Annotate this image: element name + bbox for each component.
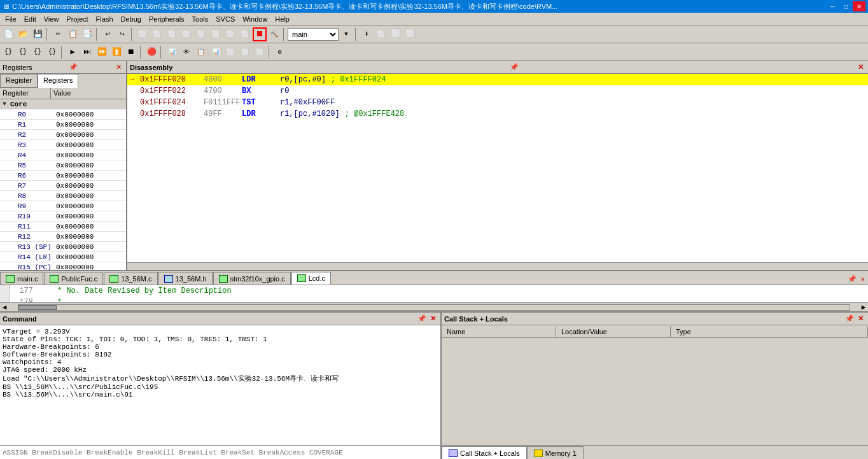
toolbar2-mem[interactable]: 📊 (165, 45, 179, 59)
hscroll-thumb[interactable] (18, 305, 57, 310)
menu-item-edit[interactable]: Edit (20, 14, 40, 24)
code-tab-PublicFuc-c[interactable]: PublicFuc.c (44, 272, 103, 285)
toolbar-open[interactable]: 📂 (16, 27, 30, 41)
minimize-button[interactable]: ─ (826, 1, 839, 11)
menu-item-file[interactable]: File (1, 14, 20, 24)
hscroll-track[interactable] (18, 304, 850, 311)
toolbar-combo-btn[interactable]: ▼ (339, 27, 353, 41)
disasm-row[interactable]: →0x1FFFF0204800LDRr0,[pc,#0]; 0x1FFFF024 (127, 74, 868, 85)
toolbar-btn2[interactable]: ⬜ (150, 27, 164, 41)
tab-pin[interactable]: 📌 (846, 275, 858, 283)
close-button[interactable]: ✕ (853, 1, 865, 11)
toolbar2-locals[interactable]: 📋 (194, 45, 208, 59)
toolbar2-extra[interactable]: ⚙ (273, 45, 287, 59)
toolbar-new[interactable]: 📄 (1, 27, 15, 41)
toolbar-load[interactable]: ⬇ (360, 27, 374, 41)
toolbar2-btn5[interactable]: ⬜ (223, 45, 237, 59)
code-tab------M-c[interactable]: 13_56M.c (104, 272, 157, 285)
toolbar-redo[interactable]: ↪ (115, 27, 129, 41)
toolbar-btn6[interactable]: ⬜ (209, 27, 223, 41)
callstack-content[interactable] (442, 338, 868, 445)
menu-item-help[interactable]: Help (271, 14, 293, 24)
toolbar2-step-over[interactable]: ⏩ (95, 45, 109, 59)
editor-content[interactable]: 177 * No. Date Revised by Item Descripti… (10, 285, 868, 302)
target-combo[interactable]: main (288, 28, 339, 41)
toolbar-btn9[interactable]: ⬜ (374, 27, 388, 41)
callstack-header: Call Stack + Locals 📌 ✕ (442, 313, 868, 325)
toolbar-paste[interactable]: 📑 (80, 27, 94, 41)
toolbar-btn1[interactable]: ⬜ (136, 27, 150, 41)
tab-register[interactable]: Register (0, 74, 38, 88)
toolbar-debug-stop[interactable]: ⏹ (253, 27, 267, 41)
toolbar2-btn1[interactable]: {} (1, 45, 15, 59)
toolbar2-run[interactable]: ▶ (66, 45, 80, 59)
disasm-row[interactable]: 0x1FFFF024F0111FFFTSTr1,#0xFF00FF (127, 97, 868, 108)
disassembly-pin[interactable]: 📌 (508, 63, 521, 71)
code-tab------M-h[interactable]: 13_56M.h (158, 272, 213, 285)
toolbar-btn3[interactable]: ⬜ (165, 27, 179, 41)
toolbar-save[interactable]: 💾 (31, 27, 45, 41)
toolbar2-btn7[interactable]: ⬜ (253, 45, 267, 59)
disassembly-close[interactable]: ✕ (856, 63, 865, 71)
toolbar-btn8[interactable]: ⬜ (238, 27, 252, 41)
disasm-row[interactable]: 0x1FFFF02849FFLDRr1,[pc,#1020]; @0x1FFFE… (127, 108, 868, 120)
menu-item-window[interactable]: Window (239, 14, 271, 24)
toolbar2-btn2[interactable]: {} (16, 45, 30, 59)
tab-registers[interactable]: Registers (38, 74, 78, 88)
code-line[interactable]: 178 * (10, 297, 868, 302)
reg-value: 0x0000000 (53, 202, 126, 210)
callstack-pin[interactable]: 📌 (843, 314, 856, 323)
toolbar-btn10[interactable]: ⬜ (389, 27, 403, 41)
callstack-tabs: Call Stack + LocalsMemory 1 (442, 445, 868, 459)
command-pin[interactable]: 📌 (416, 314, 428, 323)
command-line: Hardware-Breakpoints: 6 (3, 343, 438, 351)
disasm-row[interactable]: 0x1FFFF0224700BXr0 (127, 85, 868, 97)
toolbar2-regs[interactable]: 📊 (209, 45, 223, 59)
command-input[interactable] (3, 449, 438, 456)
toolbar-btn5[interactable]: ⬜ (194, 27, 208, 41)
toolbar2-step-out[interactable]: ⏫ (109, 45, 123, 59)
toolbar-btn4[interactable]: ⬜ (179, 27, 193, 41)
toolbar-btn11[interactable]: ⬜ (403, 27, 417, 41)
toolbar-copy[interactable]: 📋 (66, 27, 80, 41)
registers-close[interactable]: ✕ (114, 63, 123, 71)
toolbar2-step[interactable]: ⏭ (80, 45, 94, 59)
callstack-tab-Memory-1[interactable]: Memory 1 (527, 446, 584, 459)
toolbar-undo[interactable]: ↩ (101, 27, 115, 41)
hscroll-left[interactable]: ◀ (0, 303, 9, 311)
tab-close[interactable]: ✕ (858, 275, 867, 283)
toolbar2-watch[interactable]: 👁 (179, 45, 193, 59)
reg-expander[interactable]: ▼ (0, 101, 9, 108)
reg-name: R8 (9, 192, 53, 200)
command-close-btn[interactable]: ✕ (428, 314, 438, 323)
menu-item-debug[interactable]: Debug (117, 14, 145, 24)
disasm-scrollbar[interactable] (127, 262, 868, 270)
menu-item-svcs[interactable]: SVCS (212, 14, 239, 24)
toolbar2-stop[interactable]: ⏹ (124, 45, 138, 59)
disasm-content[interactable]: →0x1FFFF0204800LDRr0,[pc,#0]; 0x1FFFF024… (127, 74, 868, 262)
menu-item-project[interactable]: Project (62, 14, 92, 24)
code-tab-Lcd-c[interactable]: Lcd.c (291, 272, 331, 285)
toolbar-build[interactable]: 🔨 (267, 27, 281, 41)
editor-hscroll[interactable]: ◀ ▶ (0, 302, 868, 311)
menu-item-flash[interactable]: Flash (92, 14, 117, 24)
hscroll-right[interactable]: ▶ (859, 303, 868, 311)
disassembly-title: Disassembly (130, 64, 172, 71)
toolbar2-btn6[interactable]: ⬜ (238, 45, 252, 59)
maximize-button[interactable]: □ (839, 1, 852, 11)
toolbar-btn7[interactable]: ⬜ (223, 27, 237, 41)
registers-pin[interactable]: 📌 (67, 63, 80, 71)
menu-item-peripherals[interactable]: Peripherals (145, 14, 188, 24)
callstack-close-btn[interactable]: ✕ (856, 314, 865, 323)
code-tab-stm--f--x-gpio-c[interactable]: stm32f10x_gpio.c (213, 272, 291, 285)
menu-item-view[interactable]: View (40, 14, 63, 24)
toolbar2-btn4[interactable]: {} (45, 45, 59, 59)
toolbar2-bp[interactable]: 🔴 (144, 45, 158, 59)
toolbar2-btn3[interactable]: {} (31, 45, 45, 59)
callstack-tab-Call-Stack---Locals[interactable]: Call Stack + Locals (442, 446, 527, 459)
toolbar-cut[interactable]: ✂ (51, 27, 65, 41)
code-tab-main-c[interactable]: main.c (0, 272, 43, 285)
menu-item-tools[interactable]: Tools (188, 14, 213, 24)
reg-row[interactable]: ▼Core (0, 99, 126, 109)
code-line[interactable]: 177 * No. Date Revised by Item Descripti… (10, 285, 868, 297)
